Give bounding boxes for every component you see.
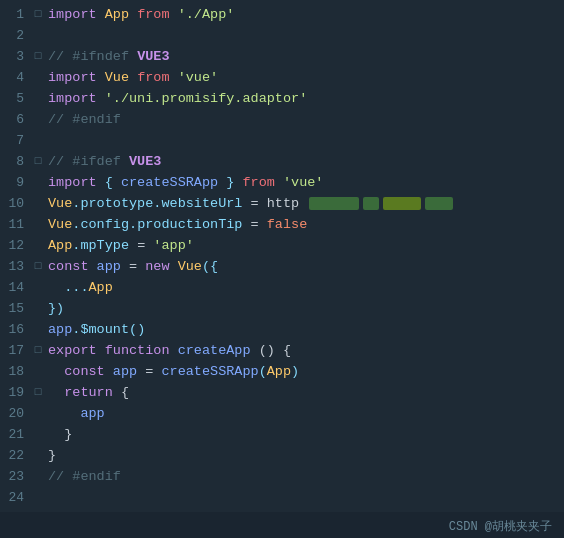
code-editor: 1 □ import App from './App' 2 3 □ // #if… <box>0 0 564 538</box>
line-num-5: 5 <box>0 88 32 109</box>
code-line-1: 1 □ import App from './App' <box>0 4 564 25</box>
line-num-18: 18 <box>0 361 32 382</box>
code-line-23: 23 // #endif <box>0 466 564 487</box>
line-num-8: 8 <box>0 151 32 172</box>
code-line-14: 14 ...App <box>0 277 564 298</box>
code-line-7: 7 <box>0 130 564 151</box>
code-line-9: 9 import { createSSRApp } from 'vue' <box>0 172 564 193</box>
line-num-22: 22 <box>0 445 32 466</box>
line-num-9: 9 <box>0 172 32 193</box>
code-line-21: 21 } <box>0 424 564 445</box>
line-num-13: 13 <box>0 256 32 277</box>
line-num-20: 20 <box>0 403 32 424</box>
code-line-16: 16 app.$mount() <box>0 319 564 340</box>
code-line-4: 4 import Vue from 'vue' <box>0 67 564 88</box>
line-num-23: 23 <box>0 466 32 487</box>
line-num-1: 1 <box>0 4 32 25</box>
line-num-12: 12 <box>0 235 32 256</box>
code-line-12: 12 App.mpType = 'app' <box>0 235 564 256</box>
code-line-5: 5 import './uni.promisify.adaptor' <box>0 88 564 109</box>
code-line-3: 3 □ // #ifndef VUE3 <box>0 46 564 67</box>
line-num-11: 11 <box>0 214 32 235</box>
line-num-7: 7 <box>0 130 32 151</box>
code-line-24: 24 <box>0 487 564 508</box>
code-line-18: 18 const app = createSSRApp(App) <box>0 361 564 382</box>
code-line-15: 15 }) <box>0 298 564 319</box>
code-line-10: 10 Vue.prototype.websiteUrl = http <box>0 193 564 214</box>
line-num-16: 16 <box>0 319 32 340</box>
code-area: 1 □ import App from './App' 2 3 □ // #if… <box>0 0 564 512</box>
line-num-21: 21 <box>0 424 32 445</box>
line-num-15: 15 <box>0 298 32 319</box>
line-num-2: 2 <box>0 25 32 46</box>
line-num-19: 19 <box>0 382 32 403</box>
line-num-24: 24 <box>0 487 32 508</box>
code-line-13: 13 □ const app = new Vue({ <box>0 256 564 277</box>
footer: CSDN @胡桃夹夹子 <box>0 512 564 538</box>
code-line-19: 19 □ return { <box>0 382 564 403</box>
code-line-6: 6 // #endif <box>0 109 564 130</box>
line-num-4: 4 <box>0 67 32 88</box>
line-num-17: 17 <box>0 340 32 361</box>
code-line-20: 20 app <box>0 403 564 424</box>
code-line-17: 17 □ export function createApp () { <box>0 340 564 361</box>
code-line-22: 22 } <box>0 445 564 466</box>
code-line-11: 11 Vue.config.productionTip = false <box>0 214 564 235</box>
line-num-3: 3 <box>0 46 32 67</box>
line-num-6: 6 <box>0 109 32 130</box>
code-line-2: 2 <box>0 25 564 46</box>
footer-text: CSDN @胡桃夹夹子 <box>449 520 552 534</box>
line-num-10: 10 <box>0 193 32 214</box>
code-line-8: 8 □ // #ifdef VUE3 <box>0 151 564 172</box>
line-num-14: 14 <box>0 277 32 298</box>
